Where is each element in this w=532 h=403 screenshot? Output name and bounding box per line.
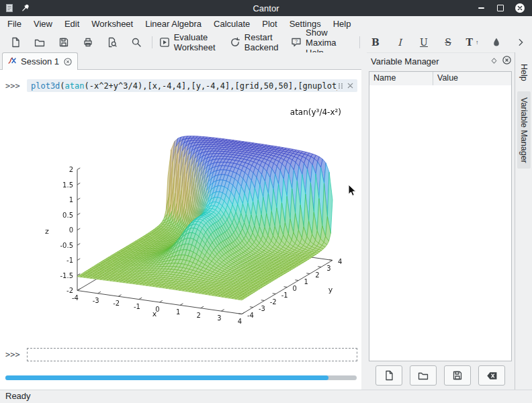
status-text: Ready xyxy=(5,391,31,401)
underline-button[interactable]: U xyxy=(412,34,436,51)
code-token: plot3d xyxy=(31,81,60,91)
menu-linear-algebra[interactable]: Linear Algebra xyxy=(139,16,208,32)
italic-button[interactable]: I xyxy=(388,34,412,51)
menu-file[interactable]: File xyxy=(1,16,28,32)
side-tab-help[interactable]: Help xyxy=(517,58,531,87)
printer-icon xyxy=(83,37,93,48)
empty-command-entry[interactable] xyxy=(27,348,357,361)
close-circle-icon xyxy=(63,57,73,66)
progress-fill xyxy=(5,375,328,380)
variable-manager-header: Variable Manager xyxy=(367,54,515,69)
underline-icon: U xyxy=(420,37,428,48)
play-icon xyxy=(159,37,170,48)
plot-result: atan(y³/4-x²) xyxy=(27,99,359,339)
menu-worksheet[interactable]: Worksheet xyxy=(85,16,139,32)
svg-text:?: ? xyxy=(295,39,298,44)
backspace-icon xyxy=(486,370,498,382)
vm-clear-button[interactable] xyxy=(478,365,505,386)
tab-close-button[interactable] xyxy=(63,57,73,66)
help-bubble-icon: ? xyxy=(291,37,302,48)
code-token: (-x^2+y^3/4),[x,-4,4],[y,-4,4],[grid,50,… xyxy=(85,81,338,91)
command-entry[interactable]: plot3d(atan(-x^2+y^3/4),[x,-4,4],[y,-4,4… xyxy=(27,79,357,92)
panel-splitter[interactable] xyxy=(361,52,367,390)
statusbar: Ready xyxy=(0,390,532,403)
titlebar: Cantor xyxy=(0,0,532,16)
up-arrow-icon: ↑ xyxy=(476,39,479,46)
column-header-value[interactable]: Value xyxy=(433,72,511,85)
session-progress-bar xyxy=(5,375,357,380)
code-token: ( xyxy=(60,81,64,91)
evaluate-worksheet-label: Evaluate Worksheet xyxy=(174,32,223,52)
text-color-button[interactable] xyxy=(484,34,508,51)
toolbar-separator xyxy=(359,36,360,48)
show-maxima-help-button[interactable]: ? Show Maxima Help xyxy=(287,34,356,51)
menubar: File View Edit Worksheet Linear Algebra … xyxy=(0,16,532,32)
bold-icon: B xyxy=(371,37,380,48)
command-code: plot3d(atan(-x^2+y^3/4),[x,-4,4],[y,-4,4… xyxy=(31,81,337,91)
float-panel-button[interactable] xyxy=(490,56,498,66)
pin-icon[interactable] xyxy=(20,3,31,13)
folder-icon xyxy=(34,37,45,48)
strikethrough-button[interactable]: S xyxy=(436,34,460,51)
menu-plot[interactable]: Plot xyxy=(256,16,283,32)
variable-manager-title: Variable Manager xyxy=(371,56,439,66)
strikethrough-icon: S xyxy=(445,37,451,48)
font-grow-button[interactable]: T↑ xyxy=(460,34,484,51)
tab-session-1[interactable]: Session 1 xyxy=(2,52,78,70)
variable-table-body xyxy=(369,85,511,361)
font-grow-icon: T xyxy=(466,37,473,48)
maximize-button[interactable] xyxy=(495,3,506,13)
bold-button[interactable]: B xyxy=(363,34,388,51)
toolbar-separator xyxy=(152,36,152,48)
window-title: Cantor xyxy=(0,3,532,13)
side-tab-variable-manager[interactable]: Variable Manager xyxy=(517,91,531,169)
minimize-button[interactable] xyxy=(476,3,486,13)
print-preview-button[interactable] xyxy=(100,34,124,51)
diamond-icon xyxy=(490,57,498,64)
search-icon xyxy=(131,37,142,48)
toolbar: Evaluate Worksheet Restart Backend ? Sho… xyxy=(0,32,532,53)
print-button[interactable] xyxy=(76,34,100,51)
restart-backend-label: Restart Backend xyxy=(245,32,284,52)
vm-open-button[interactable] xyxy=(410,365,437,386)
save-button[interactable] xyxy=(52,34,76,51)
mouse-cursor xyxy=(348,184,357,200)
menu-calculate[interactable]: Calculate xyxy=(208,16,256,32)
new-worksheet-button[interactable] xyxy=(3,34,28,51)
italic-icon: I xyxy=(398,37,402,48)
restart-backend-button[interactable]: Restart Backend xyxy=(226,34,287,51)
vm-new-button[interactable] xyxy=(375,365,402,386)
menu-edit[interactable]: Edit xyxy=(58,16,85,32)
plot-title: atan(y³/4-x²) xyxy=(290,107,341,117)
plot-canvas xyxy=(27,99,359,339)
command-prompt: >>> xyxy=(5,81,20,91)
session-tab-label: Session 1 xyxy=(21,56,59,66)
maximize-icon xyxy=(497,5,504,11)
column-header-name[interactable]: Name xyxy=(369,72,433,85)
variable-manager-panel: Variable Manager Name Value xyxy=(367,54,515,390)
session-icon xyxy=(7,56,17,67)
find-button[interactable] xyxy=(124,34,148,51)
open-button[interactable] xyxy=(28,34,52,51)
drag-handle-icon[interactable] xyxy=(337,83,344,89)
floppy-icon xyxy=(58,37,69,48)
new-document-icon xyxy=(384,370,394,381)
empty-entry-prompt: >>> xyxy=(5,350,20,359)
worksheet: >>> plot3d(atan(-x^2+y^3/4),[x,-4,4],[y,… xyxy=(0,70,361,390)
variable-table: Name Value xyxy=(369,71,512,361)
close-panel-button[interactable] xyxy=(502,55,512,67)
toolbar-overflow-button[interactable] xyxy=(508,34,532,51)
entry-close-icon[interactable] xyxy=(347,83,353,89)
variable-manager-toolbar xyxy=(369,365,512,386)
minimize-icon xyxy=(478,7,484,9)
menu-view[interactable]: View xyxy=(28,16,58,32)
close-icon xyxy=(515,3,525,13)
floppy-icon xyxy=(452,370,463,381)
cantor-window: Cantor File View Edit Worksheet Linear A… xyxy=(0,0,532,403)
vm-save-button[interactable] xyxy=(444,365,471,386)
restart-icon xyxy=(230,37,240,48)
evaluate-worksheet-button[interactable]: Evaluate Worksheet xyxy=(156,34,226,51)
close-button[interactable] xyxy=(515,3,525,13)
app-icon[interactable] xyxy=(4,3,15,13)
print-preview-icon xyxy=(107,37,118,48)
